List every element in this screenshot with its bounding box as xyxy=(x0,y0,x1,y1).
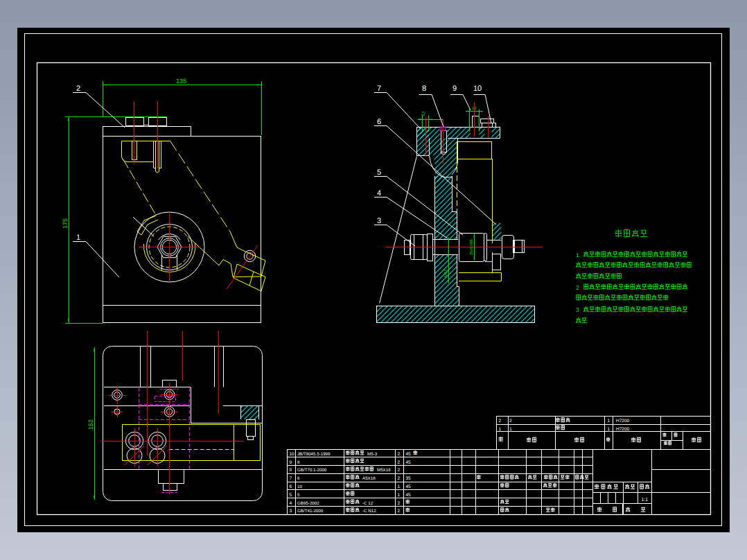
svg-text:H7200: H7200 xyxy=(616,419,630,423)
svg-text:1: 1 xyxy=(576,252,579,259)
svg-text:3: 3 xyxy=(576,306,579,313)
svg-text:152: 152 xyxy=(87,419,94,430)
svg-text:M12: M12 xyxy=(443,269,448,277)
svg-text:-C N12: -C N12 xyxy=(362,509,376,514)
svg-text:1: 1 xyxy=(608,419,610,423)
svg-text:-C 12: -C 12 xyxy=(362,501,374,506)
svg-text:25±0.065: 25±0.065 xyxy=(470,239,474,255)
svg-text:3: 3 xyxy=(290,509,292,514)
svg-text:2: 2 xyxy=(499,419,502,423)
svg-text:GB/T41-2000: GB/T41-2000 xyxy=(297,509,324,514)
svg-text:GB/T70.1-2000: GB/T70.1-2000 xyxy=(297,468,327,473)
svg-text:10: 10 xyxy=(297,484,302,489)
svg-text:35: 35 xyxy=(406,476,412,481)
svg-text:4: 4 xyxy=(377,189,381,198)
svg-text:1: 1 xyxy=(608,427,610,432)
svg-text:2: 2 xyxy=(398,452,401,457)
svg-text:5: 5 xyxy=(377,168,381,177)
svg-text:8: 8 xyxy=(422,85,426,93)
svg-text:1: 1 xyxy=(398,493,401,498)
svg-text:45: 45 xyxy=(406,484,412,489)
svg-text:5: 5 xyxy=(290,493,292,498)
svg-text:5: 5 xyxy=(297,493,300,498)
svg-text:8: 8 xyxy=(297,460,300,465)
svg-text:9: 9 xyxy=(290,460,292,465)
svg-text:2: 2 xyxy=(398,501,401,506)
svg-text:45: 45 xyxy=(406,460,412,465)
svg-text:4: 4 xyxy=(290,501,292,506)
svg-text:7: 7 xyxy=(290,476,292,481)
svg-text:M5X16: M5X16 xyxy=(377,468,391,473)
svg-text:135: 135 xyxy=(176,78,186,85)
svg-text:45: 45 xyxy=(406,493,412,498)
svg-text:10: 10 xyxy=(290,452,295,457)
svg-text:6: 6 xyxy=(290,484,292,489)
svg-text:175: 175 xyxy=(62,218,69,229)
svg-text:1: 1 xyxy=(499,427,502,432)
svg-text:2: 2 xyxy=(576,284,579,291)
svg-text:45: 45 xyxy=(406,452,412,457)
svg-text:2: 2 xyxy=(398,509,401,514)
svg-text:1: 1 xyxy=(398,484,401,489)
svg-text:2: 2 xyxy=(509,419,512,423)
svg-text:1: 1 xyxy=(76,234,80,242)
svg-text:H7200: H7200 xyxy=(616,427,630,432)
svg-text:6: 6 xyxy=(377,118,381,126)
svg-text:8: 8 xyxy=(290,468,292,473)
svg-text:2: 2 xyxy=(76,85,80,93)
svg-text:2: 2 xyxy=(398,476,401,481)
svg-text:JB/T8045.5-1999: JB/T8045.5-1999 xyxy=(297,452,331,457)
svg-text:2: 2 xyxy=(398,460,401,465)
svg-text:6: 6 xyxy=(297,476,300,481)
svg-text:A5X18: A5X18 xyxy=(362,476,376,481)
svg-text:1:1: 1:1 xyxy=(642,498,649,502)
svg-text:10: 10 xyxy=(473,85,482,93)
svg-text:9: 9 xyxy=(452,85,457,93)
svg-text:M5-3: M5-3 xyxy=(367,452,378,457)
svg-text:3: 3 xyxy=(377,217,381,225)
svg-text:2: 2 xyxy=(398,468,401,473)
svg-text:7: 7 xyxy=(377,85,381,93)
svg-text:GB95-2002: GB95-2002 xyxy=(297,501,319,506)
svg-text:1: 1 xyxy=(509,427,512,432)
